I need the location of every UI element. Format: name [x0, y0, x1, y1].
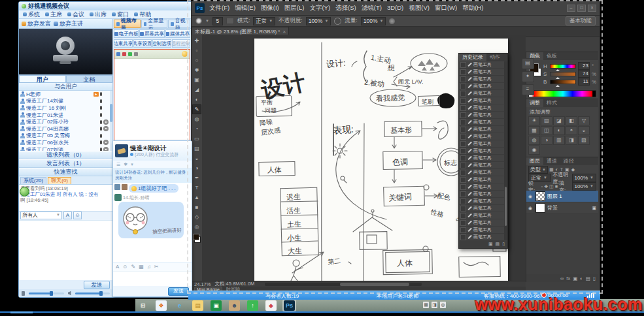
- adjustment-icon[interactable]: ◨: [566, 136, 577, 145]
- ps-tool[interactable]: ✱: [192, 65, 201, 75]
- layers-footer-icon[interactable]: fx: [566, 276, 570, 281]
- ps-tool[interactable]: ◔: [192, 124, 201, 134]
- history-source-checkbox[interactable]: [460, 198, 466, 204]
- qq-tool-icon[interactable]: ✂: [154, 264, 159, 270]
- taskbar-app-icon[interactable]: ◆: [265, 300, 277, 311]
- history-step[interactable]: 画笔工具: [459, 133, 504, 140]
- adjustment-icon[interactable]: ◐: [553, 126, 565, 135]
- wb-shape-icon[interactable]: [128, 52, 132, 56]
- lock-icon[interactable]: ■: [555, 184, 558, 189]
- ps-menu-item[interactable]: 帮助(H): [462, 4, 483, 12]
- history-step[interactable]: 画笔工具: [459, 119, 504, 126]
- adjustment-icon[interactable]: ▦: [528, 126, 540, 135]
- history-source-checkbox[interactable]: [460, 119, 466, 125]
- history-source-checkbox[interactable]: [460, 69, 466, 75]
- chat-compose-area[interactable]: [19, 220, 112, 281]
- group-notice[interactable]: 设计14孙春花: 迟到几分钟，默认健身房刚关注: [113, 168, 192, 183]
- adjustment-icon[interactable]: ◑: [541, 136, 552, 145]
- opacity-select[interactable]: 100%▼: [306, 17, 331, 25]
- tab-channels[interactable]: 通道: [543, 157, 560, 165]
- history-step[interactable]: 画笔工具: [459, 212, 504, 219]
- adjustment-icon[interactable]: ▤: [541, 116, 552, 125]
- color-slider[interactable]: [550, 64, 576, 69]
- history-step[interactable]: 画笔工具: [459, 183, 504, 191]
- taskbar-app-icon[interactable]: ↑: [247, 300, 258, 311]
- layout-tab[interactable]: 全屏显示: [141, 20, 168, 28]
- horizontal-scrollbar[interactable]: [265, 283, 422, 286]
- ps-menu-item[interactable]: 文字(Y): [309, 4, 330, 12]
- ps-menu-item[interactable]: 滤镜(T): [362, 4, 382, 12]
- qq-tool-icon[interactable]: ☺: [122, 264, 127, 270]
- qq-input-area[interactable]: [113, 271, 192, 286]
- ps-tool[interactable]: T: [192, 183, 201, 193]
- list-toggle-button[interactable]: 请求列表（0）: [19, 151, 112, 159]
- speaker-volume-slider[interactable]: [75, 292, 110, 294]
- history-step[interactable]: 画笔工具: [459, 61, 504, 69]
- history-source-checkbox[interactable]: [460, 105, 466, 111]
- eye-icon[interactable]: ◉: [528, 194, 534, 199]
- floating-assistant-icon[interactable]: [20, 187, 29, 197]
- history-step[interactable]: 画笔工具: [459, 155, 504, 162]
- adjustment-icon[interactable]: ◫: [541, 126, 552, 135]
- ps-tool[interactable]: ○: [192, 55, 201, 65]
- history-step[interactable]: 画笔工具: [459, 126, 504, 133]
- ps-tool[interactable]: ◢: [192, 85, 201, 95]
- send-button[interactable]: 发送: [84, 281, 110, 289]
- emoji-button[interactable]: ☺: [73, 212, 82, 219]
- delete-state-icon[interactable]: ▯: [502, 242, 505, 247]
- brush-size-value[interactable]: 5: [212, 17, 223, 25]
- foreground-background-swatch[interactable]: [193, 234, 201, 243]
- history-source-checkbox[interactable]: [460, 112, 466, 118]
- history-step[interactable]: 画笔工具: [459, 76, 504, 83]
- participant-row[interactable]: H老师 ▸: [19, 91, 110, 98]
- lock-icon[interactable]: ▫: [541, 184, 543, 189]
- collapsed-panel-icon[interactable]: ✦: [522, 71, 534, 82]
- layer-filter-icon[interactable]: ◆: [571, 167, 575, 172]
- layer-row[interactable]: ◉ 背景 ▣: [526, 202, 598, 214]
- history-scrollbar[interactable]: [504, 61, 507, 240]
- conference-menu-item[interactable]: 主席: [43, 10, 64, 19]
- history-source-checkbox[interactable]: [460, 234, 466, 240]
- tab-users[interactable]: 用户: [19, 75, 66, 83]
- layers-footer-icon[interactable]: ▣: [573, 276, 577, 281]
- history-step[interactable]: 画笔工具: [459, 83, 504, 90]
- history-step[interactable]: 画笔工具: [459, 140, 504, 148]
- layout-tab[interactable]: 音视频: [168, 20, 190, 28]
- history-source-checkbox[interactable]: [460, 98, 466, 104]
- member-avatar[interactable]: [114, 184, 120, 190]
- history-source-checkbox[interactable]: [460, 191, 466, 197]
- qq-tool-icon[interactable]: ✎: [131, 264, 136, 270]
- ps-menu-item[interactable]: 图像(I): [261, 4, 279, 12]
- history-source-checkbox[interactable]: [460, 213, 466, 219]
- adjustment-icon[interactable]: ▧: [578, 136, 590, 145]
- adjustment-icon[interactable]: ◪: [553, 116, 565, 125]
- adjustment-icon[interactable]: ◉: [528, 146, 540, 155]
- tray-icon[interactable]: ▦: [423, 302, 429, 308]
- qq-tool-icon[interactable]: A: [116, 264, 119, 270]
- collapsed-panel-icon[interactable]: ▤: [522, 58, 534, 69]
- history-source-checkbox[interactable]: [460, 141, 466, 147]
- ps-tool[interactable]: ✎: [192, 104, 201, 114]
- give-up-speak-button[interactable]: 放弃发言: [22, 20, 51, 28]
- taskbar-app-icon[interactable]: Ps: [284, 300, 295, 311]
- ps-menu-item[interactable]: 文件(F): [209, 4, 229, 12]
- eye-icon[interactable]: ◉: [528, 206, 534, 211]
- new-snapshot-icon[interactable]: ▤: [496, 242, 500, 247]
- tab-paths[interactable]: 路径: [560, 157, 577, 165]
- participant-row[interactable]: 慢造工厂01朱进 ▸: [19, 112, 110, 119]
- ps-tool[interactable]: ✚: [192, 36, 201, 46]
- participant-row[interactable]: 慢造工厂07刘涛 ▸: [19, 146, 110, 151]
- ps-menu-item[interactable]: 3D(D): [387, 4, 403, 12]
- history-step[interactable]: 画笔工具: [459, 104, 504, 112]
- share-option-button[interactable]: 远程控制: [172, 39, 191, 48]
- ps-tool[interactable]: ▭: [192, 134, 201, 144]
- minimize-button[interactable]: –: [567, 5, 575, 12]
- tab-styles[interactable]: 样式: [543, 99, 560, 107]
- history-source-checkbox[interactable]: [460, 206, 466, 212]
- ps-menu-item[interactable]: 编辑(E): [235, 4, 256, 12]
- ps-menu-item[interactable]: 视图(V): [409, 4, 430, 12]
- ps-tool[interactable]: ◍: [192, 114, 201, 124]
- adjustment-icon[interactable]: ▽: [578, 116, 590, 125]
- color-value-input[interactable]: 23: [578, 62, 590, 70]
- history-step[interactable]: 画笔工具: [459, 219, 504, 227]
